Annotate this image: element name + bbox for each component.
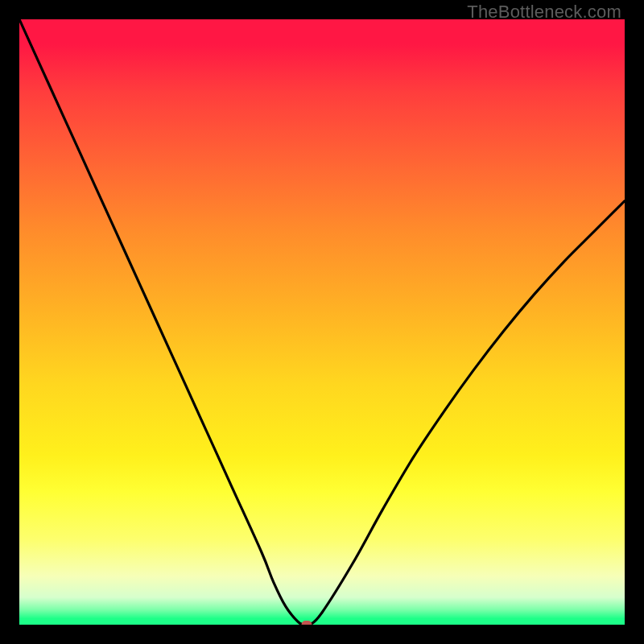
optimal-point-marker [302, 621, 312, 625]
plot-area [19, 19, 625, 625]
chart-frame: TheBottleneck.com [0, 0, 644, 644]
watermark-text: TheBottleneck.com [467, 2, 621, 23]
bottleneck-curve [19, 19, 625, 625]
